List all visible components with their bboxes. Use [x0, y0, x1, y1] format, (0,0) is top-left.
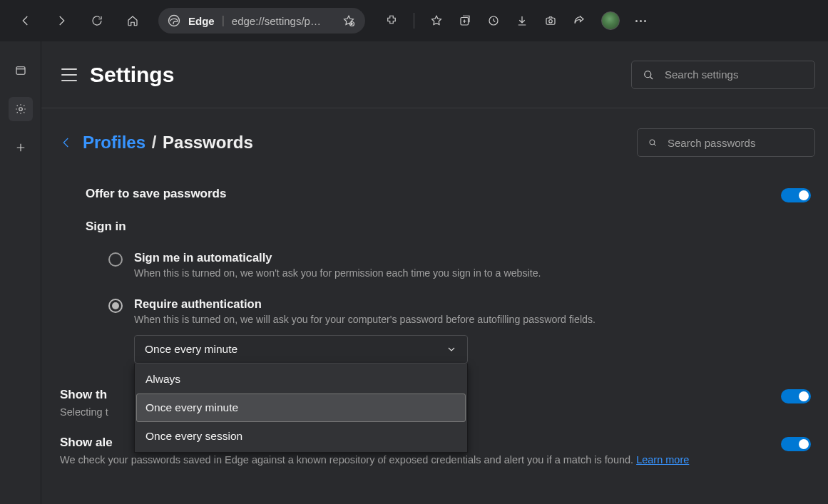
signin-auto-radio[interactable]	[108, 252, 123, 267]
gear-icon	[14, 103, 27, 115]
edge-logo-icon	[167, 14, 181, 28]
passwords-search-input[interactable]	[666, 136, 804, 150]
toolbar-divider	[414, 13, 414, 29]
breadcrumb-back-button[interactable]	[60, 136, 73, 149]
show-alerts-toggle[interactable]	[781, 437, 811, 451]
settings-tab-button[interactable]	[9, 97, 33, 121]
reload-button[interactable]	[87, 11, 107, 31]
nav-back-button[interactable]	[16, 11, 36, 31]
settings-menu-button[interactable]	[61, 68, 77, 81]
reload-icon	[91, 14, 103, 27]
passwords-search[interactable]	[637, 128, 815, 157]
signin-require-auth-label: Require authentication	[134, 297, 811, 311]
nav-forward-button[interactable]	[51, 11, 71, 31]
home-button[interactable]	[123, 11, 143, 31]
svg-rect-4	[546, 18, 555, 24]
favorites-icon[interactable]	[430, 14, 443, 27]
breadcrumb-separator: /	[152, 133, 157, 152]
offer-save-passwords-label: Offer to save passwords	[86, 187, 226, 201]
address-separator: |	[222, 14, 225, 27]
home-icon	[126, 14, 139, 27]
signin-require-auth-radio[interactable]	[108, 299, 123, 313]
screenshot-icon[interactable]	[544, 14, 557, 27]
chevron-down-icon	[446, 344, 457, 355]
svg-point-7	[19, 108, 22, 111]
add-favorite-icon[interactable]	[342, 14, 355, 27]
plus-icon	[14, 141, 27, 154]
auth-frequency-value: Once every minute	[145, 343, 237, 356]
svg-point-8	[645, 71, 651, 77]
settings-search-input[interactable]	[663, 68, 804, 81]
tab-panel-icon	[14, 64, 27, 77]
collections-icon[interactable]	[459, 14, 471, 27]
search-icon	[642, 68, 655, 81]
breadcrumb-current: Passwords	[163, 133, 253, 152]
signin-auto-label: Sign me in automatically	[134, 251, 811, 264]
signin-require-auth-desc: When this is turned on, we will ask you …	[134, 314, 811, 325]
signin-auto-desc: When this is turned on, we won't ask you…	[134, 267, 811, 279]
offer-save-passwords-toggle[interactable]	[781, 188, 811, 202]
history-icon[interactable]	[487, 14, 500, 27]
address-app-name: Edge	[188, 15, 215, 27]
svg-point-9	[650, 140, 655, 145]
show-alerts-desc: We check your passwords saved in Edge ag…	[60, 453, 689, 468]
auth-frequency-select[interactable]: Once every minute	[134, 335, 468, 364]
auth-option-always[interactable]: Always	[136, 365, 466, 394]
svg-rect-6	[16, 67, 25, 75]
auth-option-once-every-minute[interactable]: Once every minute	[136, 394, 466, 422]
more-menu-button[interactable]	[635, 20, 646, 22]
profile-avatar[interactable]	[601, 11, 620, 30]
page-title: Settings	[90, 63, 174, 87]
arrow-right-icon	[55, 14, 68, 27]
auth-frequency-dropdown: Always Once every minute Once every sess…	[134, 364, 468, 453]
auth-option-once-every-session[interactable]: Once every session	[136, 422, 466, 451]
extensions-icon[interactable]	[385, 14, 398, 27]
breadcrumb: Profiles / Passwords	[83, 133, 253, 153]
settings-search[interactable]	[631, 61, 815, 89]
vertical-tabs-button[interactable]	[9, 58, 33, 83]
downloads-icon[interactable]	[516, 14, 528, 27]
arrow-left-icon	[19, 14, 32, 27]
search-icon	[648, 136, 658, 149]
svg-point-5	[549, 20, 553, 24]
share-icon[interactable]	[573, 14, 586, 27]
address-bar[interactable]: Edge | edge://settings/p…	[158, 8, 365, 34]
signin-section-title: Sign in	[86, 220, 811, 234]
show-reveal-button-toggle[interactable]	[781, 389, 811, 403]
address-url: edge://settings/p…	[232, 15, 321, 27]
learn-more-link[interactable]: Learn more	[636, 454, 689, 466]
new-tab-button[interactable]	[9, 135, 33, 160]
breadcrumb-parent-link[interactable]: Profiles	[83, 133, 145, 152]
